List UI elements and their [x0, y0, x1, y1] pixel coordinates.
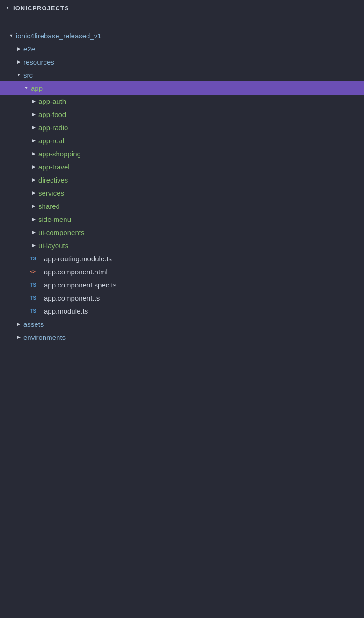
file-badge-area: TS	[30, 295, 43, 301]
folder-arrow-closed	[30, 228, 37, 236]
tree-item-services[interactable]: services	[0, 186, 364, 199]
file-badge-area: TS	[30, 309, 43, 314]
folder-label: app-real	[38, 137, 64, 145]
file-label: app.component.ts	[44, 294, 100, 302]
folder-arrow-closed	[30, 242, 37, 249]
html-badge: <>	[30, 269, 36, 274]
folder-arrow-closed	[30, 176, 37, 184]
folder-arrow-closed	[30, 163, 37, 170]
tree-item-app-component-spec-ts[interactable]: TS app.component.spec.ts	[0, 278, 364, 291]
folder-label: ui-layouts	[38, 242, 68, 250]
folder-label: services	[38, 189, 64, 197]
tree-item-resources[interactable]: resources	[0, 55, 364, 68]
file-label: app.component.spec.ts	[44, 281, 116, 289]
folder-arrow-open	[22, 84, 30, 92]
tree-body: ionic4firebase_released_v1 e2e resources…	[0, 16, 364, 344]
folder-arrow-closed	[30, 110, 37, 118]
ts-badge: TS	[30, 309, 36, 314]
folder-label: app-food	[38, 110, 66, 118]
folder-label: app-travel	[38, 163, 70, 171]
tree-item-app-auth[interactable]: app-auth	[0, 95, 364, 108]
folder-label: side-menu	[38, 215, 71, 223]
tree-item-environments[interactable]: environments	[0, 331, 364, 344]
folder-label: ionic4firebase_released_v1	[16, 32, 102, 40]
tree-item-app-food[interactable]: app-food	[0, 108, 364, 121]
tree-item-app-real[interactable]: app-real	[0, 134, 364, 147]
file-badge-area: TS	[30, 256, 43, 261]
tree-item-app-radio[interactable]: app-radio	[0, 121, 364, 134]
folder-label: assets	[23, 320, 44, 328]
tree-item-app-routing-module-ts[interactable]: TS app-routing.module.ts	[0, 252, 364, 265]
tree-item-ionic4firebase[interactable]: ionic4firebase_released_v1	[0, 29, 364, 42]
tree-item-app-shopping[interactable]: app-shopping	[0, 147, 364, 160]
folder-arrow-closed	[15, 45, 22, 52]
folder-arrow-open	[7, 32, 15, 39]
tree-item-e2e[interactable]: e2e	[0, 42, 364, 55]
folder-label: directives	[38, 176, 68, 184]
file-badge-area: <>	[30, 269, 43, 274]
folder-label: app-radio	[38, 124, 68, 132]
tree-item-src[interactable]: src	[0, 68, 364, 81]
folder-label: resources	[23, 58, 54, 66]
folder-label: app-shopping	[38, 150, 81, 158]
folder-arrow-closed	[15, 333, 22, 341]
folder-label: app	[31, 84, 43, 92]
tree-item-shared[interactable]: shared	[0, 199, 364, 213]
root-arrow	[4, 4, 11, 12]
tree-item-app[interactable]: app	[0, 81, 364, 95]
tree-item-app-component-ts[interactable]: TS app.component.ts	[0, 291, 364, 304]
folder-arrow-closed	[30, 124, 37, 131]
tree-item-ui-components[interactable]: ui-components	[0, 226, 364, 239]
ts-badge: TS	[30, 295, 36, 301]
file-label: app-routing.module.ts	[44, 255, 112, 263]
tree-item-app-component-html[interactable]: <> app.component.html	[0, 265, 364, 278]
folder-arrow-closed	[30, 150, 37, 157]
folder-label: shared	[38, 202, 60, 210]
tree-item-ionicprojects-root[interactable]	[0, 16, 364, 29]
folder-label: e2e	[23, 45, 35, 53]
ts-badge: TS	[30, 282, 36, 287]
tree-item-assets[interactable]: assets	[0, 317, 364, 331]
folder-arrow-closed	[30, 215, 37, 223]
folder-arrow-closed	[30, 137, 37, 144]
tree-item-directives[interactable]: directives	[0, 173, 364, 186]
folder-arrow-closed	[15, 58, 22, 66]
tree-item-ui-layouts[interactable]: ui-layouts	[0, 239, 364, 252]
file-label: app.component.html	[44, 268, 108, 276]
root-label: IONICPROJECTS	[13, 5, 69, 12]
folder-arrow-open	[15, 71, 22, 79]
folder-arrow-closed	[30, 202, 37, 210]
folder-arrow-closed	[30, 189, 37, 197]
folder-arrow-closed	[30, 97, 37, 105]
tree-item-side-menu[interactable]: side-menu	[0, 213, 364, 226]
folder-label: app-auth	[38, 97, 66, 105]
folder-label: environments	[23, 333, 66, 341]
folder-label: src	[23, 71, 33, 79]
tree-item-app-module-ts[interactable]: TS app.module.ts	[0, 304, 364, 317]
folder-label: ui-components	[38, 228, 84, 236]
file-tree: IONICPROJECTS ionic4firebase_released_v1…	[0, 0, 364, 344]
file-label: app.module.ts	[44, 307, 88, 315]
root-header[interactable]: IONICPROJECTS	[0, 0, 364, 16]
ts-badge: TS	[30, 256, 36, 261]
tree-item-app-travel[interactable]: app-travel	[0, 160, 364, 173]
file-badge-area: TS	[30, 282, 43, 287]
folder-arrow-closed	[15, 320, 22, 328]
